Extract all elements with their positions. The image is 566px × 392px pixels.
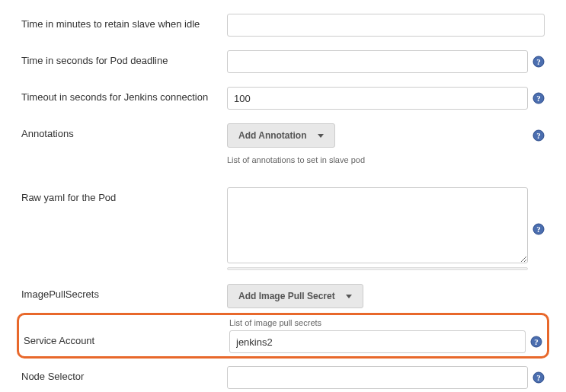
jenkins-timeout-input[interactable] (227, 87, 528, 110)
raw-yaml-label: Raw yaml for the Pod (21, 187, 227, 203)
pod-deadline-row: Time in seconds for Pod deadline ? (21, 50, 545, 73)
add-image-pull-secret-button-label: Add Image Pull Secret (238, 291, 335, 301)
help-icon[interactable]: ? (532, 56, 545, 68)
caret-down-icon (318, 134, 324, 138)
svg-text:?: ? (534, 337, 539, 346)
help-icon[interactable]: ? (532, 92, 545, 104)
svg-text:?: ? (536, 225, 541, 234)
jenkins-timeout-label: Timeout in seconds for Jenkins connectio… (21, 87, 227, 103)
svg-text:?: ? (536, 94, 541, 103)
textarea-resize-bar[interactable] (227, 267, 528, 270)
annotations-label: Annotations (21, 123, 227, 139)
raw-yaml-row: Raw yaml for the Pod ? (21, 187, 545, 270)
retain-idle-row: Time in minutes to retain slave when idl… (21, 14, 545, 37)
caret-down-icon (346, 295, 352, 298)
svg-text:?: ? (536, 373, 541, 382)
svg-text:?: ? (536, 57, 541, 66)
image-pull-secrets-hint: List of image pull secrets (229, 318, 544, 327)
image-pull-secrets-row: ImagePullSecrets Add Image Pull Secret (21, 284, 545, 308)
annotations-hint-row: List of annotations to set in slave pod (21, 152, 545, 174)
retain-idle-input[interactable] (227, 14, 545, 37)
pod-deadline-label: Time in seconds for Pod deadline (21, 50, 227, 66)
service-account-row: Service Account ? (22, 330, 544, 353)
add-annotation-button[interactable]: Add Annotation (227, 123, 335, 148)
add-annotation-button-label: Add Annotation (238, 130, 307, 141)
help-icon[interactable]: ? (532, 371, 545, 384)
service-account-highlight: List of image pull secrets Service Accou… (17, 313, 549, 359)
service-account-input[interactable] (229, 330, 526, 353)
annotations-hint: List of annotations to set in slave pod (227, 155, 545, 164)
help-icon[interactable]: ? (532, 223, 545, 235)
annotations-row: Annotations Add Annotation ? (21, 123, 545, 148)
retain-idle-label: Time in minutes to retain slave when idl… (21, 14, 227, 30)
service-account-label: Service Account (24, 330, 229, 346)
jenkins-timeout-row: Timeout in seconds for Jenkins connectio… (21, 87, 545, 110)
svg-text:?: ? (536, 131, 541, 140)
node-selector-label: Node Selector (21, 366, 227, 382)
raw-yaml-textarea[interactable] (227, 187, 528, 263)
image-pull-secrets-label: ImagePullSecrets (21, 284, 227, 300)
node-selector-input[interactable] (227, 366, 528, 389)
node-selector-row: Node Selector ? (21, 366, 545, 389)
help-icon[interactable]: ? (532, 129, 545, 142)
pod-deadline-input[interactable] (227, 50, 528, 73)
help-icon[interactable]: ? (530, 336, 542, 348)
add-image-pull-secret-button[interactable]: Add Image Pull Secret (227, 284, 363, 308)
